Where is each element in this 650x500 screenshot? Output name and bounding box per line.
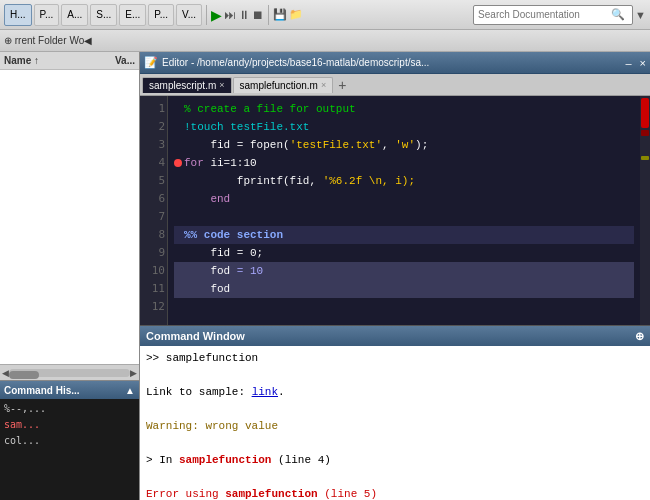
line-num: 11	[142, 280, 165, 298]
editor-area: 📝 Editor - /home/andy/projects/base16-ma…	[140, 52, 650, 325]
name-col-header: Name ↑	[4, 55, 39, 66]
code-line: fod = 10	[174, 262, 634, 280]
breakpoint-dot[interactable]	[174, 159, 182, 167]
line-num: 3	[142, 136, 165, 154]
tab-close-icon[interactable]: ×	[219, 80, 224, 90]
cmd-text: Error using	[146, 488, 225, 500]
cmd-history-list: %--,... sam... col...	[0, 399, 139, 500]
right-panel: 📝 Editor - /home/andy/projects/base16-ma…	[140, 52, 650, 500]
code-editor[interactable]: 1 2 3 4 5 6 7 8 9 10 11 12	[140, 96, 650, 325]
code-line: fod	[174, 280, 634, 298]
line-num: 1	[142, 100, 165, 118]
scrollbar-thumb[interactable]	[641, 98, 649, 128]
stop-icon[interactable]: ⏹	[252, 8, 264, 22]
code-token: 'testFile.txt'	[290, 136, 382, 154]
code-token: = 10	[237, 262, 263, 280]
line-num: 10	[142, 262, 165, 280]
scroll-right-icon[interactable]: ▶	[130, 368, 137, 378]
code-token: ii=1:10	[204, 154, 257, 172]
play-icon[interactable]: ▶	[211, 7, 222, 23]
cmd-history-expand[interactable]: ▲	[125, 385, 135, 396]
list-item[interactable]: sam...	[4, 417, 135, 433]
code-line: for ii=1:10	[174, 154, 634, 172]
code-line: !touch testFile.txt	[174, 118, 634, 136]
search-icon: 🔍	[611, 8, 625, 21]
cmd-line: >> samplefunction	[146, 350, 644, 367]
scroll-track	[9, 369, 130, 377]
code-line: %% code section	[174, 226, 634, 244]
scroll-marker-2	[641, 130, 649, 136]
code-token: fod	[184, 262, 237, 280]
cmd-text: (line 4)	[271, 454, 330, 466]
add-tab-icon[interactable]: +	[334, 77, 350, 93]
search-box[interactable]: 🔍	[473, 5, 633, 25]
tab-view[interactable]: V...	[176, 4, 202, 26]
command-window: Command Window ⊕ >> samplefunction Link …	[140, 325, 650, 500]
tab-samplescript[interactable]: samplescript.m ×	[142, 77, 232, 93]
line-num: 6	[142, 190, 165, 208]
line-num: 12	[142, 298, 165, 316]
tab-label: samplescript.m	[149, 80, 216, 91]
code-content[interactable]: % create a file for output !touch testFi…	[168, 96, 640, 325]
code-token: fprintf(fid,	[184, 172, 323, 190]
code-token: % create a file for output	[184, 100, 356, 118]
list-item[interactable]: col...	[4, 433, 135, 449]
cmd-function-link[interactable]: samplefunction	[179, 454, 271, 466]
tab-plots[interactable]: P...	[34, 4, 60, 26]
code-token: 'w'	[395, 136, 415, 154]
current-folder-btn[interactable]: ⊕ rrent Folder	[4, 35, 66, 46]
cmd-link[interactable]: link	[252, 386, 278, 398]
folder-icon[interactable]: 📁	[289, 8, 303, 21]
tab-apps[interactable]: A...	[61, 4, 88, 26]
cmd-line: > In samplefunction (line 4)	[146, 452, 644, 469]
cmd-text: > In	[146, 454, 179, 466]
list-item[interactable]: %--,...	[4, 401, 135, 417]
code-token: for	[184, 154, 204, 172]
line-num: 2	[142, 118, 165, 136]
line-num: 8	[142, 226, 165, 244]
code-token: fid = 0;	[184, 244, 263, 262]
tab-samplefunction[interactable]: samplefunction.m ×	[233, 77, 334, 93]
code-token: %% code section	[184, 226, 283, 244]
cmd-window-content[interactable]: >> samplefunction Link to sample: link. …	[140, 346, 650, 500]
tab-close-icon[interactable]: ×	[321, 80, 326, 90]
step-icon[interactable]: ⏭	[224, 8, 236, 22]
save-icon[interactable]: 💾	[273, 8, 287, 21]
main-layout: Name ↑ Va... ◀ ▶ Command His... ▲ %--,..…	[0, 52, 650, 500]
code-line: % create a file for output	[174, 100, 634, 118]
editor-scrollbar[interactable]	[640, 96, 650, 325]
code-line: end	[174, 190, 634, 208]
cmd-history-header: Command His... ▲	[0, 381, 139, 399]
left-scrollbar[interactable]: ◀ ▶	[0, 364, 139, 380]
editor-tabs: samplescript.m × samplefunction.m × +	[140, 74, 650, 96]
separator2	[268, 5, 269, 25]
file-browser-header: Name ↑ Va...	[0, 52, 139, 70]
cmd-text: Link to sample:	[146, 386, 252, 398]
workspace-btn[interactable]: Wo◀	[69, 35, 92, 46]
scroll-marker-3	[641, 156, 649, 160]
search-input[interactable]	[478, 9, 608, 20]
editor-minimize-icon[interactable]: –	[625, 57, 631, 69]
cmd-text: .	[278, 386, 285, 398]
editor-icon: 📝	[144, 56, 158, 69]
cmd-window-header: Command Window ⊕	[140, 326, 650, 346]
cmd-window-expand-icon[interactable]: ⊕	[635, 330, 644, 343]
tab-home[interactable]: H...	[4, 4, 32, 26]
filter-icon[interactable]: ▼	[635, 9, 646, 21]
file-list	[0, 70, 139, 364]
tab-editor[interactable]: E...	[119, 4, 146, 26]
val-col-header: Va...	[115, 55, 135, 66]
pause-icon[interactable]: ⏸	[238, 8, 250, 22]
cmd-line: Error using samplefunction (line 5)	[146, 486, 644, 500]
scroll-left-icon[interactable]: ◀	[2, 368, 9, 378]
code-line	[174, 208, 634, 226]
tab-scripts[interactable]: S...	[90, 4, 117, 26]
line-num: 5	[142, 172, 165, 190]
code-line	[174, 298, 634, 316]
code-token: !touch testFile.txt	[184, 118, 309, 136]
editor-close-icon[interactable]: ×	[640, 57, 646, 69]
scroll-thumb[interactable]	[9, 371, 39, 379]
cmd-function-link[interactable]: samplefunction	[225, 488, 317, 500]
line-num: 4	[142, 154, 165, 172]
tab-publish[interactable]: P...	[148, 4, 174, 26]
